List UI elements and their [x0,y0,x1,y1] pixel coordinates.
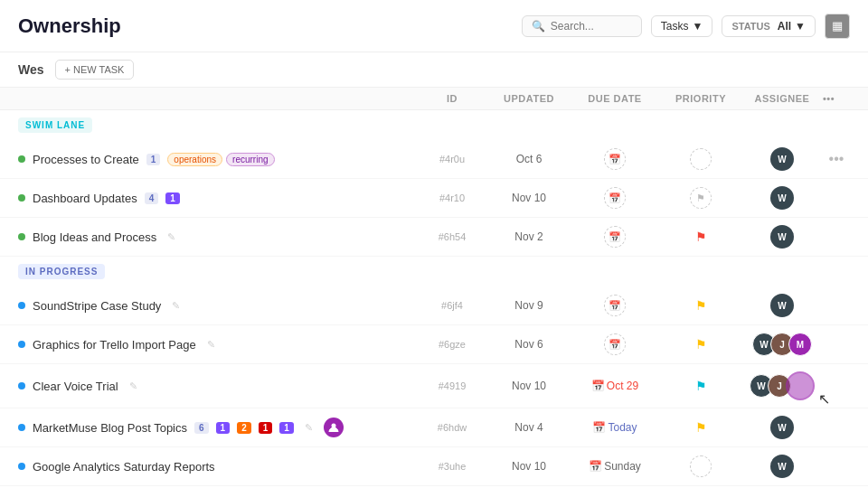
tasks-label: Tasks [661,20,689,33]
assignee-cell: W [741,147,823,171]
search-box[interactable]: 🔍 [522,15,642,37]
count-badge-2o: 2 [237,422,251,434]
page-title: Ownership [18,14,121,38]
due-date-cell: 📅 [570,148,660,170]
swim-lane-section: SWIM LANE [18,117,92,133]
calendar-icon: 📅 [591,380,605,392]
task-name: SoundStripe Case Study [33,299,161,313]
avatar-3 [786,371,815,400]
task-id: #4r0u [416,154,488,164]
priority-cell: ⚑ [660,187,741,209]
task-id: #6hdw [416,422,488,433]
flag-icon: ⚑ [695,337,707,352]
status-label: STATUS [731,21,769,32]
priority-cell: ⚑ [660,298,741,313]
status-value: All [778,20,791,33]
priority-dashed-icon [690,455,712,477]
count-badge-1p: 1 [216,422,231,434]
assignee-cell: W [741,294,823,317]
col-name [18,93,416,104]
flag-icon: ⚑ [695,298,707,313]
task-id: #3uhe [416,461,488,472]
search-input[interactable] [551,20,632,33]
status-dot [18,424,25,431]
task-name-cell: SoundStripe Case Study ✎ [18,299,416,313]
sunday-date: 📅 Sunday [589,460,641,473]
in-progress-section: IN PROGRESS [18,264,105,279]
table-row: Blog Ideas and Process ✎ #6h54 Nov 2 📅 ⚑… [0,218,868,257]
priority-icon [690,148,712,170]
avatar-group: W J [750,371,815,400]
status-dot [18,463,25,470]
updated-date: Nov 2 [488,230,570,243]
updated-date: Nov 10 [488,380,570,392]
task-id: #6jf4 [416,300,488,311]
count-badge-1p2: 1 [279,422,294,434]
task-name-cell: Dashboard Updates 4 1 [18,192,416,205]
avatar-3: M [788,333,812,356]
table-row: Graphics for Trello Import Page ✎ #6gze … [0,325,868,364]
priority-cell: ⚑ [660,420,741,435]
edit-icon[interactable]: ✎ [172,300,180,312]
col-updated: UPDATED [488,93,570,104]
more-button[interactable]: ••• [823,151,850,167]
avatar: W [770,294,794,317]
priority-cell [660,148,741,170]
task-name-cell: MarketMuse Blog Post Topics 6 1 2 1 1 ✎ [18,418,416,437]
updated-date: Nov 4 [488,421,570,434]
due-date-icon: 📅 [604,333,626,355]
new-task-button[interactable]: + NEW TASK [55,60,135,80]
user-name: Wes [18,62,44,77]
updated-date: Nov 10 [488,192,570,204]
task-name: MarketMuse Blog Post Topics [33,421,187,435]
due-date-icon: 📅 [604,295,626,316]
calendar-icon-sunday: 📅 [589,460,602,473]
col-more: ••• [823,93,850,104]
task-name: Graphics for Trello Import Page [33,338,196,352]
overdue-date: 📅 Oct 29 [591,380,638,392]
task-id: #6gze [416,339,488,350]
table-row: SoundStripe Case Study ✎ #6jf4 Nov 9 📅 ⚑… [0,286,868,325]
priority-icon: ⚑ [690,187,712,209]
assignee-cell: W J [741,371,823,400]
search-icon: 🔍 [532,20,545,33]
filter-button[interactable]: ▦ [825,14,850,39]
due-date-icon: 📅 [604,187,626,209]
avatar: W [770,416,794,439]
status-dot [18,194,25,202]
col-priority: PRIORITY [660,93,741,104]
more-options-icon[interactable]: ••• [823,93,835,104]
priority-cell: ⚑ [660,337,741,352]
task-name-cell: Blog Ideas and Process ✎ [18,230,416,244]
edit-icon[interactable]: ✎ [129,380,137,392]
task-name-cell: Graphics for Trello Import Page ✎ [18,338,416,352]
col-assignee: ASSIGNEE [741,93,823,104]
badge-ops: operations [167,153,222,166]
status-filter[interactable]: STATUS All ▼ [722,15,816,37]
table-header: ID UPDATED DUE DATE PRIORITY ASSIGNEE ••… [0,88,868,110]
task-id: #6h54 [416,231,488,242]
edit-icon[interactable]: ✎ [207,339,215,351]
priority-cell [660,455,741,477]
avatar-group: W J M [752,333,812,356]
task-name: Clear Voice Trial [33,380,118,393]
table-row: Dashboard Updates 4 1 #4r10 Nov 10 📅 ⚑ W [0,179,868,218]
status-dot [18,155,25,163]
due-date-cell: 📅 Today [570,421,660,434]
assignee-cell: W [741,416,823,439]
task-name: Dashboard Updates [33,192,137,205]
assignee-cell: W [741,455,823,478]
due-date-cell: 📅 [570,187,660,209]
edit-icon[interactable]: ✎ [305,422,313,434]
priority-cell: ⚑ [660,230,741,244]
due-date-icon: 📅 [604,226,626,248]
col-id: ID [416,93,488,104]
flag-icon: ⚑ [695,420,707,435]
calendar-icon-today: 📅 [592,421,606,434]
status-dot [18,382,25,389]
status-dot [18,341,25,348]
edit-icon[interactable]: ✎ [167,231,175,243]
count-badge-1r: 1 [259,422,273,434]
tasks-dropdown[interactable]: Tasks ▼ [651,15,713,37]
updated-date: Nov 10 [488,460,570,473]
